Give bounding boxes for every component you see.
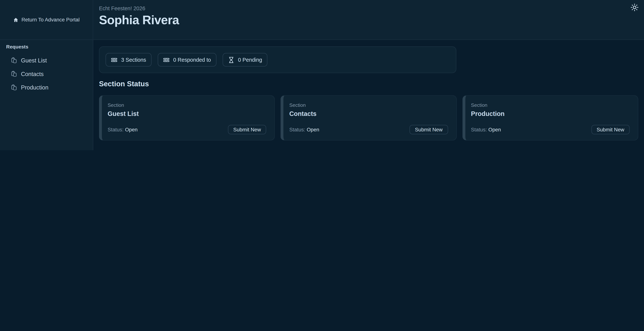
status-line: Status: Open: [108, 127, 138, 132]
section-card-guest-list: Section Guest List Status: Open Submit N…: [99, 95, 275, 140]
sun-icon: [630, 3, 638, 12]
page-header: Echt Feesten! 2026 Sophia Rivera: [93, 0, 644, 40]
page-title: Sophia Rivera: [99, 13, 644, 27]
return-to-portal-link[interactable]: Return To Advance Portal: [0, 0, 93, 40]
pending-count-badge: 0 Pending: [222, 53, 268, 66]
hourglass-icon: [228, 56, 234, 63]
sidebar-section-label: Requests: [3, 44, 90, 54]
card-kicker: Section: [471, 102, 630, 108]
sidebar-item-guest-list[interactable]: Guest List: [3, 54, 90, 67]
section-status-heading: Section Status: [99, 80, 638, 88]
stats-panel: 3 Sections 0 Responded to: [99, 46, 456, 73]
sidebar-item-label: Guest List: [21, 57, 47, 63]
card-title: Contacts: [289, 110, 448, 118]
section-cards: Section Guest List Status: Open Submit N…: [99, 95, 638, 140]
card-kicker: Section: [289, 102, 448, 108]
status-label: Status:: [108, 127, 124, 132]
status-label: Status:: [289, 127, 305, 132]
card-kicker: Section: [108, 102, 266, 108]
return-to-portal-label: Return To Advance Portal: [22, 17, 80, 22]
sidebar-item-contacts[interactable]: Contacts: [3, 67, 90, 80]
content-area: 3 Sections 0 Responded to: [93, 40, 644, 140]
sidebar: Return To Advance Portal Requests Guest …: [0, 0, 93, 150]
event-name: Echt Feesten! 2026: [99, 6, 644, 12]
status-line: Status: Open: [471, 127, 501, 132]
card-title: Guest List: [108, 110, 266, 118]
badge-label: 0 Responded to: [173, 57, 211, 63]
card-title: Production: [471, 110, 630, 118]
main-area: Echt Feesten! 2026 Sophia Rivera: [93, 0, 644, 150]
submit-new-button[interactable]: Submit New: [591, 125, 630, 134]
ticket-icon: [111, 56, 118, 63]
sidebar-nav: Requests Guest List: [0, 40, 93, 94]
ticket-icon: [163, 56, 170, 63]
status-label: Status:: [471, 127, 487, 132]
submit-new-button[interactable]: Submit New: [228, 125, 266, 134]
sections-count-badge: 3 Sections: [106, 53, 151, 66]
responded-count-badge: 0 Responded to: [158, 53, 216, 66]
status-value: Open: [125, 127, 138, 132]
section-card-production: Section Production Status: Open Submit N…: [462, 95, 638, 140]
badge-label: 0 Pending: [238, 57, 262, 63]
sidebar-item-label: Contacts: [21, 70, 44, 77]
sidebar-item-production[interactable]: Production: [3, 80, 90, 94]
badge-label: 3 Sections: [121, 57, 146, 63]
submit-new-button[interactable]: Submit New: [410, 125, 448, 134]
status-value: Open: [488, 127, 501, 132]
sidebar-item-label: Production: [21, 84, 48, 90]
clipboard-copy-icon: [10, 84, 17, 90]
section-card-contacts: Section Contacts Status: Open Submit New: [281, 95, 456, 140]
home-icon: [13, 17, 19, 22]
status-value: Open: [307, 127, 319, 132]
clipboard-copy-icon: [10, 57, 17, 63]
theme-toggle-button[interactable]: [630, 3, 639, 12]
clipboard-copy-icon: [10, 70, 17, 77]
app-root: Return To Advance Portal Requests Guest …: [0, 0, 644, 150]
status-line: Status: Open: [289, 127, 319, 132]
